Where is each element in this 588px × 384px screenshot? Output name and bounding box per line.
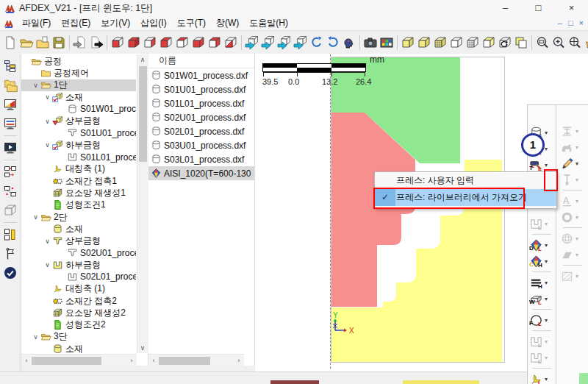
separator[interactable]: ▾ <box>560 225 585 230</box>
file-item[interactable]: S01W01_process.dxf <box>148 68 254 82</box>
refresh-cube-button[interactable] <box>497 34 513 51</box>
object-list-button[interactable] <box>1 225 19 244</box>
chevron-icon[interactable]: ∨ <box>43 238 52 245</box>
tree-item-remesh[interactable]: 요소망 재생성2 <box>21 307 136 319</box>
import-button[interactable] <box>72 34 88 51</box>
object-top-front-red-button[interactable] <box>158 34 174 51</box>
dropdown-arrow-icon[interactable]: ▾ <box>545 355 548 361</box>
separator[interactable] <box>67 34 72 51</box>
polygon-button[interactable]: ▾ <box>560 246 585 263</box>
dropdown-arrow-icon[interactable]: ▾ <box>576 160 578 167</box>
dropdown-arrow-icon[interactable]: ▾ <box>576 144 578 151</box>
menu-item[interactable]: 창(W) <box>211 16 244 30</box>
object-front-red-button[interactable] <box>110 34 126 51</box>
scroll-left-arrow[interactable]: ‹ <box>21 355 32 366</box>
dropdown-arrow-icon[interactable]: ▾ <box>576 214 578 221</box>
menu-item[interactable]: 파일(F) <box>17 16 56 30</box>
globe-button[interactable]: ▾ <box>560 230 585 246</box>
tree-item-contact[interactable]: 소재간 접촉2 <box>21 295 136 307</box>
separator[interactable]: ▾ <box>529 366 554 371</box>
tree-item-upper-die[interactable]: ∨ 상부금형 <box>21 115 136 127</box>
tree-item-forming-cond[interactable]: 성형조건2 <box>21 319 136 331</box>
dropdown-arrow-icon[interactable]: ▾ <box>545 242 548 249</box>
file-item[interactable]: S03U01_process.dxf <box>148 138 254 152</box>
file-item[interactable]: S01L01_process.dxf <box>148 96 254 110</box>
file-item[interactable]: S03L01_process.dxf <box>148 152 254 166</box>
rotate-cw-button[interactable] <box>325 34 341 51</box>
tree-item-stage1[interactable]: ∨ 1단 <box>21 79 136 91</box>
palette-button[interactable] <box>379 34 395 51</box>
chevron-icon[interactable]: ∨ <box>31 333 40 341</box>
ring-button[interactable]: ▾ <box>560 209 585 225</box>
probe-button[interactable] <box>1 244 19 263</box>
move-object-button[interactable] <box>276 34 293 51</box>
update-objects-button[interactable] <box>1 163 19 182</box>
object-right-red-button[interactable] <box>142 34 158 51</box>
scroll-right-arrow[interactable]: › <box>126 355 137 366</box>
manipulator-button[interactable]: ▾ <box>560 139 585 155</box>
separator[interactable]: ▾ <box>529 307 554 312</box>
heat-lines-button[interactable]: H ▾ <box>529 274 554 291</box>
copy-cube-button[interactable] <box>513 34 529 51</box>
list-horizontal-scrollbar[interactable]: ‹ › <box>148 354 244 366</box>
object-front-right-red-button[interactable] <box>190 34 207 51</box>
tree-item-sym-axis[interactable]: 대칭축 (1) <box>21 283 136 295</box>
dropdown-arrow-icon[interactable]: ▾ <box>545 376 548 383</box>
separator[interactable] <box>357 34 362 51</box>
scrollbar-thumb[interactable] <box>32 357 101 365</box>
mdi-close-button[interactable]: × <box>579 18 584 28</box>
file-item[interactable]: S01U01_process.dxf <box>148 82 254 96</box>
tree-view-button[interactable] <box>1 57 19 76</box>
display-dark-button[interactable] <box>1 138 19 157</box>
top-shaded-cube-button[interactable] <box>481 34 497 51</box>
wire-mesh-cube-button[interactable] <box>465 34 481 51</box>
separator[interactable]: ▾ <box>529 232 554 237</box>
tree-item-file[interactable]: S02U01_process.dxf <box>21 247 136 259</box>
tree-item-forming-cond[interactable]: 성형조건1 <box>21 199 136 211</box>
tree-horizontal-scrollbar[interactable]: ‹ › <box>21 354 137 366</box>
draw-pencil-button[interactable]: ▾ <box>560 155 585 171</box>
dropdown-arrow-icon[interactable]: ▾ <box>576 273 578 280</box>
mdi-minimize-button[interactable]: – <box>558 18 562 28</box>
dropdown-arrow-icon[interactable]: ▾ <box>545 258 548 265</box>
dropdown-arrow-icon[interactable]: ▾ <box>545 162 548 168</box>
shaded-cube-button[interactable] <box>400 34 416 51</box>
folders-button[interactable] <box>1 76 19 95</box>
dropdown-arrow-icon[interactable]: ▾ <box>545 338 548 345</box>
link-objects-button[interactable] <box>1 182 19 201</box>
zoom-window-button[interactable] <box>534 34 551 51</box>
dropdown-arrow-icon[interactable]: ▾ <box>545 317 548 324</box>
close-button[interactable]: × <box>555 0 588 16</box>
open-button[interactable] <box>18 34 35 51</box>
separator[interactable] <box>395 34 400 51</box>
separator[interactable]: ▾ <box>560 263 585 268</box>
scroll-left-arrow[interactable]: ‹ <box>148 355 159 366</box>
snapshot-button[interactable] <box>362 34 379 51</box>
dropdown-arrow-icon[interactable]: ▾ <box>576 252 578 258</box>
chevron-icon[interactable]: ∨ <box>31 82 40 89</box>
export-button[interactable] <box>88 34 104 51</box>
die-option-button[interactable]: L ▾ <box>529 333 554 349</box>
rotate-ccw-button[interactable] <box>309 34 325 51</box>
dropdown-arrow-icon[interactable]: ▾ <box>545 280 548 286</box>
scrollbar-thumb[interactable] <box>159 357 210 365</box>
dropdown-arrow-icon[interactable]: ▾ <box>576 235 578 242</box>
tree-item-material[interactable]: 소재 <box>21 343 136 355</box>
tree-item-lower-die[interactable]: ∨ 하부금형 <box>21 259 136 271</box>
separator[interactable]: ▾ <box>560 188 585 193</box>
wire-object-button[interactable] <box>1 201 19 220</box>
zoom-extents-button[interactable] <box>567 34 583 51</box>
separator[interactable]: ▾ <box>529 328 554 333</box>
menu-item[interactable]: 도구(T) <box>172 16 211 30</box>
dropdown-arrow-icon[interactable]: ▾ <box>576 198 578 205</box>
wire-cube-button[interactable] <box>448 34 465 51</box>
tree-item-material[interactable]: 소재 <box>21 223 136 235</box>
tree-item-file[interactable]: S01L01_process.dxf <box>21 151 136 163</box>
axis-l-button[interactable]: L ▾ <box>529 371 554 384</box>
menu-item[interactable]: 보기(V) <box>96 16 135 30</box>
tree-vertical-scrollbar[interactable]: ∧ ∨ <box>137 54 148 353</box>
dropdown-arrow-icon[interactable]: ▾ <box>545 129 548 136</box>
tree-item-file[interactable]: S01W01_process.dxf <box>21 103 136 115</box>
tree-item-process[interactable]: 공정 <box>21 55 136 67</box>
scroll-down-arrow[interactable]: ∨ <box>137 343 148 353</box>
